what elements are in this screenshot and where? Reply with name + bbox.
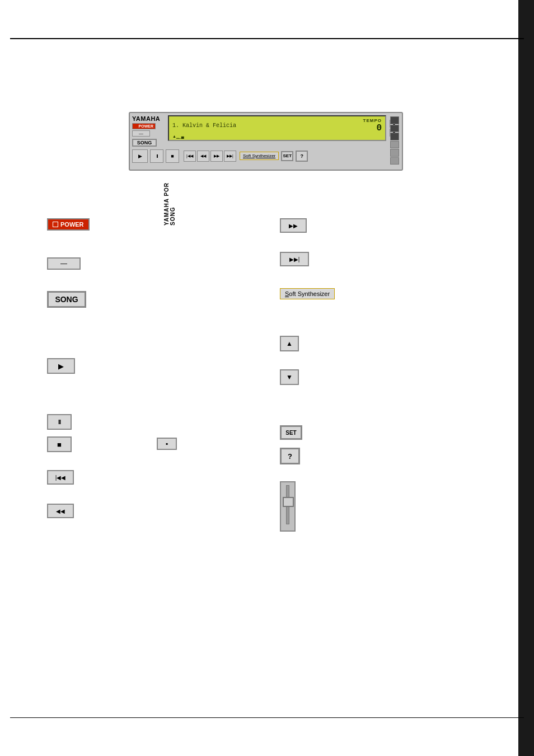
bottom-rule	[10, 717, 524, 718]
slider-thumb[interactable]	[283, 497, 294, 507]
tempo-up-button-illus[interactable]: ▲	[280, 336, 299, 351]
tempo-area: TEMPO 0	[363, 118, 382, 133]
power-button-illus[interactable]: POWER	[47, 218, 90, 231]
stop-button-illustration: ■	[47, 436, 72, 452]
power-illus-label: POWER	[60, 221, 84, 228]
device-rewind-to-start-button[interactable]: |◀◀	[184, 151, 196, 162]
bar-segment-2	[390, 125, 399, 133]
device-soft-synthesizer-button[interactable]: Soft Synthesizer	[240, 152, 279, 160]
stop-small-button-illus[interactable]: ▪	[157, 438, 177, 450]
help-button-illus[interactable]: ?	[280, 448, 300, 464]
soft-synth-illus-rest: oft Synthesizer	[289, 290, 330, 297]
device-rewind-button[interactable]: ◀◀	[197, 151, 209, 162]
minus-illus-label: —	[60, 260, 67, 267]
lcd-display: 1. Kalvin & Felicia TEMPO 0 ▲▁_▄	[168, 115, 386, 141]
volume-slider-illus[interactable]	[280, 481, 296, 532]
device-fast-forward-button[interactable]: ▶▶	[210, 151, 223, 162]
fast-forward-illus-label: ▶▶	[289, 223, 298, 229]
device-minus-button[interactable]: —	[132, 130, 150, 137]
set-button-illus[interactable]: SET	[280, 425, 302, 440]
rewind-illus-label: ◀◀	[56, 508, 65, 514]
tempo-up-button-illustration: ▲	[280, 336, 299, 351]
device-power-label: POWER	[139, 124, 153, 128]
minus-button-illustration: —	[47, 257, 81, 270]
power-square-icon	[53, 222, 58, 227]
help-button-illustration: ?	[280, 448, 300, 464]
song-button-illustration: SONG	[47, 291, 86, 308]
bar-meter	[390, 115, 400, 166]
stop-illus-label: ■	[57, 440, 62, 449]
device-top: YAMAHA POWER — SONG 1. Kalvin & Felicia …	[130, 113, 402, 142]
lcd-song-name: 1. Kalvin & Felicia	[172, 123, 236, 129]
top-rule	[10, 38, 524, 39]
tempo-down-button-illustration: ▼	[280, 369, 299, 385]
right-sidebar	[518, 0, 534, 756]
device-power-button[interactable]: POWER	[132, 123, 156, 129]
yamaha-por-song-label: YAMAHA POR SONG	[152, 171, 188, 226]
bar-segment-4	[390, 141, 399, 149]
nav-buttons: |◀◀ ◀◀ ▶▶ ▶▶|	[184, 151, 236, 162]
pause-button-illus[interactable]: II	[47, 414, 72, 430]
help-illus-label: ?	[288, 452, 292, 461]
soft-synthesizer-button-illustration: Soft Synthesizer	[280, 288, 335, 299]
play-button-illustration: ▶	[47, 358, 75, 374]
bar-segment-3	[390, 133, 399, 140]
device-fast-forward-to-end-button[interactable]: ▶▶|	[224, 151, 236, 162]
device-minus-label: —	[139, 131, 143, 136]
slider-illustration	[280, 481, 296, 532]
play-button-illus[interactable]: ▶	[47, 358, 75, 374]
device-bottom: ▶ II ■ |◀◀ ◀◀ ▶▶ ▶▶| Soft Synthesizer SE…	[130, 142, 402, 170]
tempo-down-illus-label: ▼	[286, 373, 293, 381]
lcd-waveform: ▲▁_▄	[172, 134, 382, 139]
power-button-illustration: POWER	[47, 218, 90, 231]
lcd-tempo-value: 0	[363, 123, 382, 133]
rewind-button-illus[interactable]: ◀◀	[47, 504, 74, 518]
device-stop-button[interactable]: ■	[166, 149, 179, 163]
fast-forward-button-illustration: ▶▶	[280, 218, 307, 233]
stop-small-illus-label: ▪	[166, 440, 168, 448]
device-left-panel: YAMAHA POWER — SONG	[132, 115, 166, 141]
power-indicator-icon	[134, 125, 138, 128]
lcd-tempo-label: TEMPO	[363, 118, 382, 123]
stop-small-button-illustration: ▪	[157, 438, 177, 450]
pause-illus-label: II	[58, 419, 60, 425]
bar-segment-6	[390, 157, 399, 165]
song-illus-label: SONG	[55, 295, 78, 304]
yamaha-logo: YAMAHA	[132, 115, 166, 122]
play-illus-label: ▶	[58, 362, 64, 370]
device-set-button[interactable]: SET	[281, 151, 293, 161]
fast-forward-to-end-illus-label: ▶▶|	[289, 256, 300, 262]
tempo-up-illus-label: ▲	[286, 340, 293, 348]
soft-synth-illus-underline: S	[285, 290, 289, 297]
rewind-to-start-button-illus[interactable]: |◀◀	[47, 470, 74, 485]
rewind-to-start-illus-label: |◀◀	[55, 475, 66, 481]
bar-segment-5	[390, 149, 399, 157]
rewind-button-illustration: ◀◀	[47, 504, 74, 518]
fast-forward-button-illus[interactable]: ▶▶	[280, 218, 307, 233]
song-button-illus[interactable]: SONG	[47, 291, 86, 308]
pause-button-illustration: II	[47, 414, 72, 430]
soft-synth-rest: oft Synthesizer	[246, 153, 275, 158]
device-play-button[interactable]: ▶	[132, 149, 148, 163]
lcd-top-row: 1. Kalvin & Felicia TEMPO 0	[172, 118, 382, 133]
soft-synthesizer-button-illus[interactable]: Soft Synthesizer	[280, 288, 335, 299]
device-pause-button[interactable]: II	[150, 149, 163, 163]
stop-button-illus[interactable]: ■	[47, 436, 72, 452]
player-device: YAMAHA POWER — SONG 1. Kalvin & Felicia …	[129, 112, 403, 171]
bar-segment-1	[390, 116, 399, 124]
fast-forward-to-end-button-illustration: ▶▶|	[280, 252, 309, 266]
device-help-button[interactable]: ?	[296, 151, 308, 162]
minus-button-illus[interactable]: —	[47, 257, 81, 270]
fast-forward-to-end-button-illus[interactable]: ▶▶|	[280, 252, 309, 266]
tempo-down-button-illus[interactable]: ▼	[280, 369, 299, 385]
slider-track	[286, 485, 289, 524]
set-illus-label: SET	[285, 430, 296, 436]
set-button-illustration: SET	[280, 425, 302, 440]
rewind-to-start-button-illustration: |◀◀	[47, 470, 74, 485]
